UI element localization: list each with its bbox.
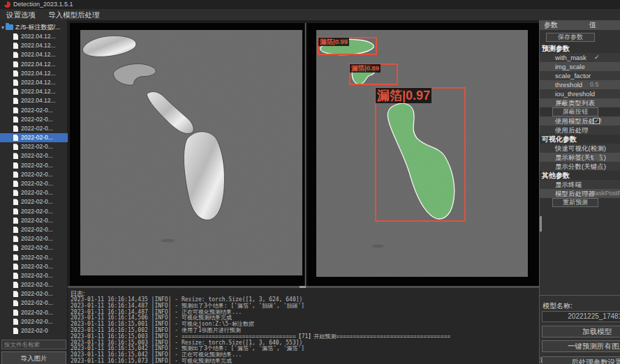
tree-item-label: 2022-02-0... (21, 217, 53, 224)
tree-item[interactable]: 2022-02-0... (0, 317, 68, 326)
detection-label: 漏箔|0.89 (350, 64, 381, 73)
tree-item[interactable]: 2022.04.12... (0, 78, 68, 87)
tree-item-label: 2022-02-0... (21, 272, 53, 279)
predict-all-button[interactable]: 一键预测所有图片 (542, 340, 620, 352)
param-row[interactable]: threshold0.5 (540, 80, 620, 89)
file-icon (13, 181, 18, 187)
tree-item-label: 2022.04.12... (21, 33, 56, 40)
tree-item[interactable]: 2022-02-0... (0, 289, 68, 298)
tree-item-label: 2022-02-0... (21, 171, 53, 178)
load-model-button[interactable]: 加载模型 (542, 326, 620, 338)
checkbox-empty-icon[interactable] (593, 154, 600, 160)
param-row[interactable]: with_mask✓ (540, 53, 620, 62)
param-row[interactable]: 快速可视化(检测) (540, 144, 620, 153)
file-icon (13, 98, 18, 104)
param-row[interactable]: 使用模型后处理✓ (540, 116, 620, 126)
tree-item[interactable]: 2022-02-0... (0, 253, 68, 262)
params-header-row: 参数 值 (540, 20, 620, 30)
tree-item[interactable]: 2022-02-0... (0, 133, 68, 142)
tree-item-label: 2022-02-0... (21, 189, 53, 196)
window-title: Detection_2023.1.5.1 (13, 0, 73, 9)
tree-root-folder[interactable]: ▾Z:/5-标注数据/... (1, 23, 61, 32)
search-input[interactable] (1, 340, 66, 349)
tree-item[interactable]: 2022.04.12... (0, 69, 68, 78)
param-row[interactable]: 使用后处理 (540, 126, 620, 135)
menu-item-1[interactable]: 导入模型后处理 (42, 9, 106, 21)
panel-scroll-handle[interactable] (540, 216, 542, 232)
tree-item[interactable]: 2022.04.12... (0, 60, 68, 69)
tree-item[interactable]: 2022-02-0 (0, 326, 68, 335)
param-row[interactable]: iou_threshold (540, 89, 620, 98)
tree-item[interactable]: 2022-02-0... (0, 124, 68, 133)
prediction-image-panel: 漏箔|0.99漏箔|0.89漏箔|0.97 (307, 23, 539, 286)
detection-overlay: 漏箔|0.99漏箔|0.89漏箔|0.97 (307, 23, 539, 286)
tree-item[interactable]: 2022.04.12... (0, 32, 68, 41)
tree-item-label: 2022-02-0... (21, 143, 53, 150)
file-icon (13, 126, 18, 132)
tree-item[interactable]: 2022-02-0... (0, 243, 68, 252)
tree-item[interactable]: 2022.04.12... (0, 41, 68, 50)
mask-types-button[interactable]: 屏蔽按钮 (552, 107, 598, 116)
app-logo-icon (4, 1, 10, 8)
defect-blobs (80, 30, 302, 275)
tree-item[interactable]: 2022-02-0... (0, 280, 68, 289)
tree-item[interactable]: 2022-02-0... (0, 207, 68, 216)
original-photo (80, 30, 302, 275)
tree-item[interactable]: 2022-02-0... (0, 106, 68, 115)
file-icon (13, 245, 18, 251)
tree-item[interactable]: 2022-02-0... (0, 298, 68, 308)
original-image-panel (70, 23, 304, 286)
tree-item-label: 2022-02-0... (21, 244, 53, 251)
tree-item[interactable]: 2022-02-0... (0, 308, 68, 317)
param-row[interactable]: scale_factor (540, 71, 620, 80)
tree-item[interactable]: 2022-02-0... (0, 234, 68, 243)
file-icon (13, 282, 18, 288)
tree-item[interactable]: 2022.04.12... (0, 87, 68, 96)
tree-item[interactable]: 2022-02-0... (0, 262, 68, 271)
import-images-button[interactable]: 导入图片 (1, 351, 66, 364)
param-row[interactable]: 显示标签(关键点) (540, 153, 620, 162)
file-icon (13, 116, 18, 123)
param-label: 模型后处理器 (555, 190, 595, 197)
param-row[interactable]: 显示分数(关键点) (540, 162, 620, 171)
param-row[interactable]: 模型后处理器MaskPostPro (540, 189, 620, 198)
tree-item[interactable]: 2022-02-0... (0, 151, 68, 160)
tree-item[interactable]: 2022-02-0... (0, 197, 68, 206)
tree-item[interactable]: 2022.04.12... (0, 50, 68, 59)
model-name-field[interactable]: 20221225_174813 (542, 311, 620, 322)
param-row[interactable]: 屏蔽类型列表 (540, 98, 620, 107)
tree-item[interactable]: 2022-02-0... (0, 161, 68, 170)
menu-item-0[interactable]: 设置选项 (0, 9, 42, 21)
save-params-button[interactable]: 保存参数 (546, 33, 595, 42)
file-icon (13, 79, 18, 86)
repredict-button[interactable]: 重新预测 (552, 198, 598, 207)
file-icon (13, 236, 18, 242)
file-icon (13, 199, 18, 205)
param-row[interactable]: img_scale (540, 62, 620, 71)
model-section: 模型名称: 20221225_174813 加载模型 一键预测所有图片 速度:0… (540, 295, 620, 364)
tree-item-label: 2022-02-0... (21, 116, 53, 123)
caret-down-icon[interactable]: ▾ (1, 24, 4, 31)
postprocess-settings-button[interactable]: 后处理参数设置 (542, 356, 620, 364)
checkbox-checked-icon[interactable]: ✓ (593, 118, 600, 124)
param-label: iou_threshold (555, 90, 595, 98)
tree-item[interactable]: 2022-02-0... (0, 142, 68, 151)
param-label: threshold (555, 81, 582, 89)
tree-item[interactable]: 2022-02-0... (0, 179, 68, 188)
section-title: 预测参数 (540, 44, 620, 53)
tree-item[interactable]: 2022-02-0... (0, 271, 68, 280)
tree-item-label: 2022-02-0... (21, 134, 53, 141)
tree-item[interactable]: 2022-02-0... (0, 225, 68, 234)
viewer-divider[interactable] (305, 23, 306, 286)
tree-item[interactable]: 2022-02-0... (0, 188, 68, 197)
file-icon (13, 107, 18, 114)
file-icon (13, 135, 18, 141)
tree-item[interactable]: 2022.04.12... (0, 96, 68, 105)
tree-item[interactable]: 2022-02-0... (0, 216, 68, 225)
tree-item-label: 2022-02-0... (21, 263, 53, 270)
param-button-row: 重新预测 (540, 198, 620, 207)
parameters-panel: 参数 值 保存参数 预测参数with_mask✓img_scalescale_f… (539, 20, 620, 364)
param-row[interactable]: 显示终端 (540, 180, 620, 189)
tree-item[interactable]: 2022-02-0... (0, 170, 68, 179)
tree-item[interactable]: 2022-02-0... (0, 115, 68, 124)
